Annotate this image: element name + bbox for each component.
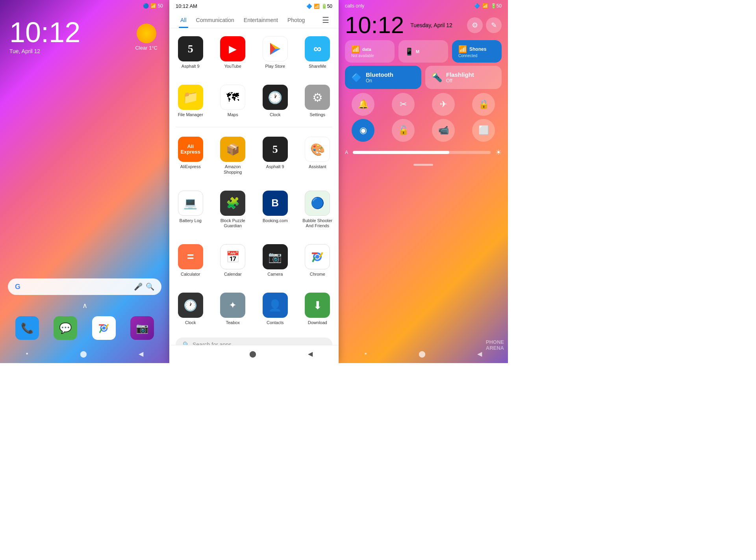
app-calendar[interactable]: 📅 Calendar [212,239,254,282]
app-blockpuzzle[interactable]: 🧩 Block Puzzle Guardian [212,186,254,233]
app-bubbleshooter[interactable]: 🔵 Bubble Shooter And Friends [296,186,339,233]
toggle-screenshot[interactable]: ✂ [392,93,415,116]
nav-square-right[interactable]: ▪ [365,350,367,358]
dock-messages[interactable]: 💬 [54,316,77,340]
drawer-menu-icon[interactable]: ☰ [319,12,332,28]
battery-right: 🔋50 [491,3,502,9]
toggle-row1: 🔔 ✂ ✈ 🔒 [339,93,508,116]
app-playstore[interactable]: Play Store [254,32,296,74]
battery-text: 50 [158,3,163,9]
nav-square-left[interactable]: ▪ [26,350,28,358]
app-drawer-handle[interactable]: ∧ [0,300,169,313]
calls-only-text: calls only [345,3,364,9]
app-camera[interactable]: 📷 Camera [254,239,296,282]
blockpuzzle-icon: 🧩 [220,191,245,216]
amazon-icon: 📦 [220,137,245,162]
app-booking[interactable]: B Booking.com [254,186,296,233]
notification-icon: 🔔 [358,99,369,109]
toggle-location[interactable]: ◉ [352,119,374,142]
toggle-lock[interactable]: 🔒 [472,93,495,116]
app-clock[interactable]: 🕐 Clock [254,80,296,122]
nav-back-right[interactable]: ◀ [477,350,482,358]
app-grid-row4: 💻 Battery Log 🧩 Block Puzzle Guardian B … [169,183,339,236]
playstore-icon [268,41,283,56]
right-nav-bar: ▪ ⬤ ◀ [339,346,508,363]
font-small-a: A [345,150,348,155]
bluetooth-status: On [366,78,393,83]
bt-flash-row: 🔷 Bluetooth On 🔦 Flashlight Off [339,66,508,93]
app-download[interactable]: ⬇ Download [296,288,339,330]
tab-entertainment[interactable]: Entertainment [239,12,283,28]
tile-m[interactable]: 📱 M [398,40,448,63]
app-chrome[interactable]: Chrome [296,239,339,282]
nav-circle-mid[interactable]: ⬤ [249,350,256,358]
app-filemanager[interactable]: 📁 File Manager [169,80,212,122]
nav-circle-left[interactable]: ⬤ [80,350,87,358]
bubbleshooter-icon: 🔵 [305,191,330,216]
app-asphalt9[interactable]: 5 Asphalt 9 [169,32,212,74]
app-drawer-scroll[interactable]: 5 Asphalt 9 ▶ YouTube [169,28,339,345]
app-settings[interactable]: ⚙ Settings [296,80,339,122]
app-aliexpress[interactable]: AliExpress AliExpress [169,132,212,179]
app-contacts[interactable]: 👤 Contacts [254,288,296,330]
nav-square-mid[interactable]: ▪ [195,350,198,358]
nav-back-left[interactable]: ◀ [139,350,143,358]
dock-phone[interactable]: 📞 [15,316,39,340]
app-teabox[interactable]: ✦ Teabox [212,288,254,330]
contacts-label: Contacts [267,320,284,325]
tile-data[interactable]: 📶 data Not available [345,40,395,63]
clock-label: Clock [270,112,281,117]
brightness-bar[interactable] [353,151,491,154]
left-status-bar: 🔵 📶 50 [0,0,169,12]
app-asphalt9b[interactable]: 5 Asphalt 9 [254,132,296,179]
tab-photog[interactable]: Photog [283,12,309,28]
toggle-record[interactable]: 📹 [432,119,455,142]
app-calculator[interactable]: = Calculator [169,239,212,282]
app-assistant[interactable]: 🎨 Assistant [296,132,339,179]
assistant-label: Assistant [309,164,326,169]
home-search-bar[interactable]: G 🎤 🔍 [8,278,161,295]
asphalt9-label: Asphalt 9 [182,64,200,69]
flashlight-title: Flashlight [446,71,474,78]
maps-icon-wrap: 🗺 [220,85,245,110]
dock: 📞 💬 📷 [0,313,169,346]
toggle-screenlock[interactable]: 🔓 [392,119,415,142]
tile-wifi[interactable]: 📶 Shones Connected [452,40,502,63]
nav-circle-right[interactable]: ⬤ [419,350,426,358]
toggle-lock-wrap: 🔒 [465,93,502,116]
tab-all[interactable]: All [176,12,191,28]
blockpuzzle-label: Block Puzzle Guardian [217,218,248,228]
tab-communication[interactable]: Communication [191,12,239,28]
lens-icon[interactable]: 🔍 [146,282,154,291]
app-amazon[interactable]: 📦 Amazon Shopping [212,132,254,179]
calendar-icon: 📅 [220,244,245,269]
dock-camera[interactable]: 📷 [130,316,154,340]
edit-icon-right: ✎ [491,21,497,30]
grid-divider-1 [176,127,332,127]
toggle-airplane[interactable]: ✈ [432,93,455,116]
app-clock-b[interactable]: 🕐 Clock [169,288,212,330]
dock-chrome[interactable] [92,316,116,340]
flashlight-tile[interactable]: 🔦 Flashlight Off [425,66,502,89]
app-grid-row2: 📁 File Manager 🗺 Maps 🕐 Clock ⚙ [169,77,339,125]
mic-icon[interactable]: 🎤 [134,282,143,291]
asphalt9b-label: Asphalt 9 [266,164,284,169]
search-apps-bar[interactable]: 🔍 Search for apps [176,337,332,345]
nav-back-mid[interactable]: ◀ [308,350,313,358]
toggle-notification[interactable]: 🔔 [352,93,374,116]
app-maps[interactable]: 🗺 Maps [212,80,254,122]
weather-text: Clear 1°C [135,45,158,51]
tile-m-title: M [416,49,419,54]
settings-label: Settings [309,112,325,117]
edit-icon-btn[interactable]: ✎ [486,17,502,33]
app-batterylog[interactable]: 💻 Battery Log [169,186,212,233]
bluetooth-tile[interactable]: 🔷 Bluetooth On [345,66,421,89]
bt-icon-right: 🔷 [474,3,480,9]
right-panel: calls only 🔷 📶 🔋50 10:12 Tuesday, April … [339,0,508,363]
middle-panel: 10:12 AM 🔷 📶 🔋50 All Communication Enter… [169,0,339,363]
toggle-cast[interactable]: ⬜ [472,119,495,142]
watermark-phone: PHONE [486,339,504,345]
app-youtube[interactable]: ▶ YouTube [212,32,254,74]
app-shareme[interactable]: ∞ ShareMe [296,32,339,74]
settings-icon-btn[interactable]: ⚙ [467,17,483,33]
